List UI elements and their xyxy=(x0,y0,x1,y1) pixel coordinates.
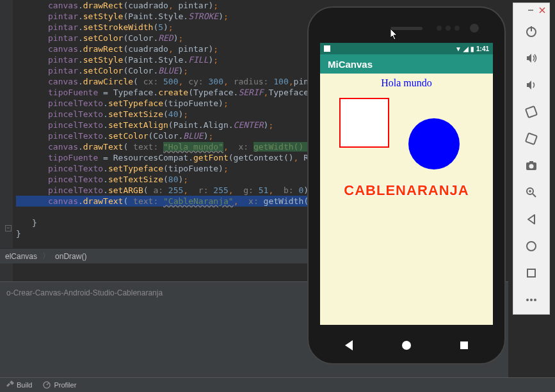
svg-point-15 xyxy=(527,242,536,251)
code-line[interactable]: pintar.setStrokeWidth(5); xyxy=(16,22,307,33)
code-line[interactable]: pincelTexto.setARGB( a: 255, r: 255, g: … xyxy=(16,185,307,196)
more-button[interactable] xyxy=(524,292,539,308)
android-status-bar: ▼ ◢ ▮ 1:41 xyxy=(320,43,493,54)
code-line[interactable]: tipoFuente = ResourcesCompat.getFont(get… xyxy=(16,152,307,163)
device-screen[interactable]: ▼ ◢ ▮ 1:41 MiCanvas Hola mundo CABLENARA… xyxy=(320,43,493,325)
overview-button[interactable] xyxy=(524,265,539,281)
nav-recent-button[interactable] xyxy=(460,341,468,349)
code-line[interactable]: pintar.setStyle(Paint.Style.STROKE); xyxy=(16,11,307,22)
editor-gutter xyxy=(0,0,13,281)
svg-point-19 xyxy=(534,299,536,301)
app-title-bar: MiCanvas xyxy=(320,54,493,74)
svg-rect-10 xyxy=(529,161,533,163)
battery-icon: ▮ xyxy=(471,45,474,52)
svg-point-17 xyxy=(526,299,529,301)
device-frame: ▼ ◢ ▮ 1:41 MiCanvas Hola mundo CABLENARA… xyxy=(307,6,506,365)
device-camera xyxy=(470,24,479,33)
rotate-left-button[interactable] xyxy=(524,104,539,120)
bottom-toolbar: Build Profiler xyxy=(0,377,555,392)
canvas-text-cablenaranja: CABLENARANJA xyxy=(344,182,469,199)
canvas-area: Hola mundo CABLENARANJA xyxy=(320,74,493,325)
canvas-text-hola: Hola mundo xyxy=(381,77,432,89)
app-icon xyxy=(324,45,330,52)
rotate-right-button[interactable] xyxy=(524,131,539,146)
code-line[interactable]: canvas.drawRect(cuadrado, pintar); xyxy=(16,0,307,11)
code-line[interactable]: pincelTexto.setTextSize(40); xyxy=(16,109,307,120)
svg-rect-16 xyxy=(527,269,535,277)
status-time: 1:41 xyxy=(476,45,489,52)
emulator-side-toolbar xyxy=(513,3,550,315)
svg-point-18 xyxy=(530,299,533,301)
code-line[interactable]: tipoFuente = Typeface.create(Typeface.SE… xyxy=(16,87,307,98)
code-line[interactable]: } xyxy=(16,228,307,239)
nav-home-button[interactable] xyxy=(402,341,411,350)
power-button[interactable] xyxy=(524,24,539,39)
svg-rect-7 xyxy=(526,133,537,145)
code-line[interactable]: pincelTexto.setTextAlign(Paint.Align.CEN… xyxy=(16,120,307,130)
code-line[interactable]: pintar.setStyle(Paint.Style.FILL); xyxy=(16,54,307,65)
gauge-icon xyxy=(42,380,51,389)
minimize-button[interactable] xyxy=(526,6,535,15)
code-line-highlighted[interactable]: canvas.drawText( text: "CableNaranja", x… xyxy=(16,196,307,207)
canvas-rectangle xyxy=(339,98,389,148)
close-button[interactable] xyxy=(538,6,547,15)
code-editor[interactable]: − canvas.drawRect(cuadrado, pintar); pin… xyxy=(0,0,307,281)
android-nav-bar xyxy=(320,333,493,358)
device-sensors xyxy=(437,26,460,31)
profiler-tab[interactable]: Profiler xyxy=(42,380,76,389)
volume-up-button[interactable] xyxy=(524,51,539,66)
app-title: MiCanvas xyxy=(328,59,373,70)
code-line[interactable]: pincelTexto.setTypeface(tipoFuente); xyxy=(16,163,307,174)
svg-line-12 xyxy=(533,194,536,197)
code-line[interactable]: pincelTexto.setTextSize(80); xyxy=(16,174,307,185)
back-button[interactable] xyxy=(524,212,539,227)
breadcrumb: elCanvas 〉 onDraw() xyxy=(0,248,307,263)
fold-marker[interactable]: − xyxy=(5,225,12,231)
signal-icon: ◢ xyxy=(463,45,469,52)
breadcrumb-item[interactable]: elCanvas xyxy=(5,252,37,261)
code-line[interactable]: } xyxy=(16,217,307,228)
mouse-cursor-icon xyxy=(390,29,398,40)
code-line[interactable]: canvas.drawRect(cuadrado, pintar); xyxy=(16,43,307,54)
code-line[interactable]: canvas.drawCircle( cx: 500, cy: 300, rad… xyxy=(16,76,307,87)
wifi-icon: ▼ xyxy=(455,45,462,52)
android-emulator[interactable]: ▼ ◢ ▮ 1:41 MiCanvas Hola mundo CABLENARA… xyxy=(307,6,506,365)
svg-point-9 xyxy=(529,164,534,169)
breadcrumb-item[interactable]: onDraw() xyxy=(55,252,86,261)
volume-down-button[interactable] xyxy=(524,77,539,93)
nav-back-button[interactable] xyxy=(345,340,353,350)
zoom-button[interactable] xyxy=(524,185,539,200)
code-line[interactable]: canvas.drawText( text: "Hola mundo", x: … xyxy=(16,141,307,152)
code-line[interactable]: pincelTexto.setTypeface(tipoFuente); xyxy=(16,98,307,109)
canvas-circle xyxy=(408,118,460,169)
chevron-right-icon: 〉 xyxy=(42,251,50,262)
code-line[interactable]: pintar.setColor(Color.RED); xyxy=(16,33,307,43)
build-tab[interactable]: Build xyxy=(5,380,32,389)
hammer-icon xyxy=(5,380,14,389)
code-line[interactable]: pintar.setColor(Color.BLUE); xyxy=(16,65,307,76)
screenshot-button[interactable] xyxy=(524,158,539,173)
svg-rect-6 xyxy=(526,106,537,118)
code-line[interactable] xyxy=(16,207,307,217)
home-button[interactable] xyxy=(524,239,539,254)
code-line[interactable]: pincelTexto.setColor(Color.BLUE); xyxy=(16,130,307,141)
